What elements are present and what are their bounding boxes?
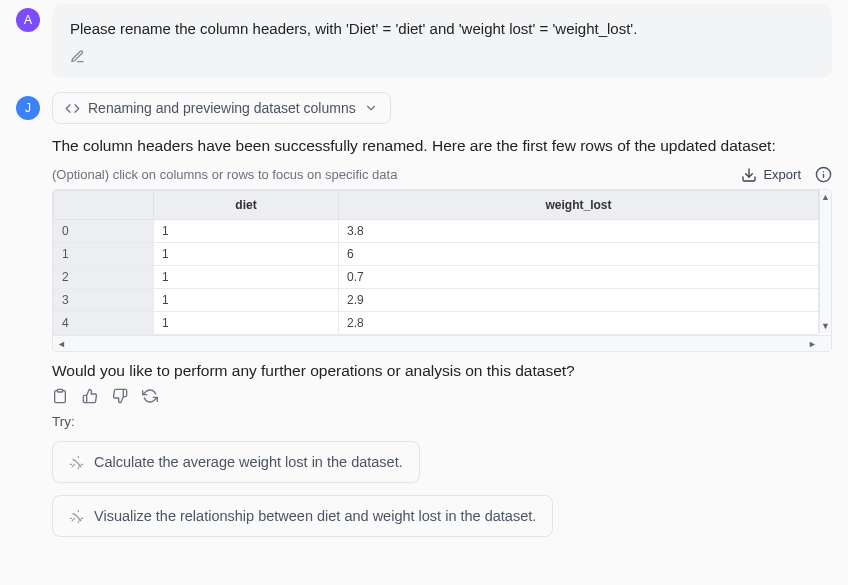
table-cell[interactable]: 2.9 <box>339 289 819 312</box>
table-row[interactable]: 3 1 2.9 <box>54 289 819 312</box>
export-button[interactable]: Export <box>741 167 801 183</box>
vertical-scrollbar[interactable]: ▲ ▼ <box>819 190 831 333</box>
scroll-left-arrow: ◄ <box>57 339 66 349</box>
user-message: A Please rename the column headers, with… <box>16 4 832 92</box>
assistant-avatar: J <box>16 96 40 120</box>
table-cell[interactable]: 2.8 <box>339 312 819 335</box>
table-cell[interactable]: 1 <box>154 289 339 312</box>
info-icon[interactable] <box>815 166 832 183</box>
table-cell[interactable]: 3.8 <box>339 220 819 243</box>
data-table-container: diet weight_lost 0 1 3.8 1 1 <box>52 189 832 352</box>
table-header-index[interactable] <box>54 191 154 220</box>
table-cell[interactable]: 1 <box>154 243 339 266</box>
assistant-response-text: The column headers have been successfull… <box>52 134 832 158</box>
regenerate-icon[interactable] <box>142 388 158 404</box>
table-cell[interactable]: 0.7 <box>339 266 819 289</box>
table-header-diet[interactable]: diet <box>154 191 339 220</box>
copy-icon[interactable] <box>52 388 68 404</box>
suggestion-button[interactable]: Visualize the relationship between diet … <box>52 495 553 537</box>
table-cell-index[interactable]: 3 <box>54 289 154 312</box>
thumbs-up-icon[interactable] <box>82 388 98 404</box>
user-text: Please rename the column headers, with '… <box>70 18 814 39</box>
try-label: Try: <box>52 414 832 429</box>
code-icon <box>65 101 80 116</box>
assistant-message: J Renaming and previewing dataset column… <box>16 92 832 537</box>
tool-chip-label: Renaming and previewing dataset columns <box>88 100 356 116</box>
table-row[interactable]: 1 1 6 <box>54 243 819 266</box>
table-cell[interactable]: 1 <box>154 312 339 335</box>
table-row[interactable]: 4 1 2.8 <box>54 312 819 335</box>
wand-icon <box>69 509 84 524</box>
svg-rect-4 <box>57 389 62 392</box>
scroll-up-arrow: ▲ <box>821 190 830 202</box>
scroll-down-arrow: ▼ <box>821 321 830 331</box>
table-header-row: diet weight_lost <box>54 191 819 220</box>
table-cell[interactable]: 1 <box>154 266 339 289</box>
edit-icon[interactable] <box>70 49 814 64</box>
message-actions <box>52 388 832 404</box>
table-hint: (Optional) click on columns or rows to f… <box>52 167 397 182</box>
followup-text: Would you like to perform any further op… <box>52 362 832 380</box>
table-cell[interactable]: 1 <box>154 220 339 243</box>
table-cell-index[interactable]: 2 <box>54 266 154 289</box>
table-row[interactable]: 2 1 0.7 <box>54 266 819 289</box>
table-row[interactable]: 0 1 3.8 <box>54 220 819 243</box>
chevron-down-icon <box>364 101 378 115</box>
user-avatar: A <box>16 8 40 32</box>
table-cell-index[interactable]: 1 <box>54 243 154 266</box>
user-bubble: Please rename the column headers, with '… <box>52 4 832 78</box>
table-cell-index[interactable]: 0 <box>54 220 154 243</box>
horizontal-scrollbar[interactable]: ◄ ► <box>53 335 831 351</box>
suggestion-text: Visualize the relationship between diet … <box>94 508 536 524</box>
tool-chip[interactable]: Renaming and previewing dataset columns <box>52 92 391 124</box>
data-table[interactable]: diet weight_lost 0 1 3.8 1 1 <box>53 190 819 335</box>
wand-icon <box>69 455 84 470</box>
suggestion-text: Calculate the average weight lost in the… <box>94 454 403 470</box>
suggestion-button[interactable]: Calculate the average weight lost in the… <box>52 441 420 483</box>
scroll-right-arrow: ► <box>808 339 817 349</box>
table-cell-index[interactable]: 4 <box>54 312 154 335</box>
export-label: Export <box>763 167 801 182</box>
thumbs-down-icon[interactable] <box>112 388 128 404</box>
table-cell[interactable]: 6 <box>339 243 819 266</box>
download-icon <box>741 167 757 183</box>
table-header-weight-lost[interactable]: weight_lost <box>339 191 819 220</box>
